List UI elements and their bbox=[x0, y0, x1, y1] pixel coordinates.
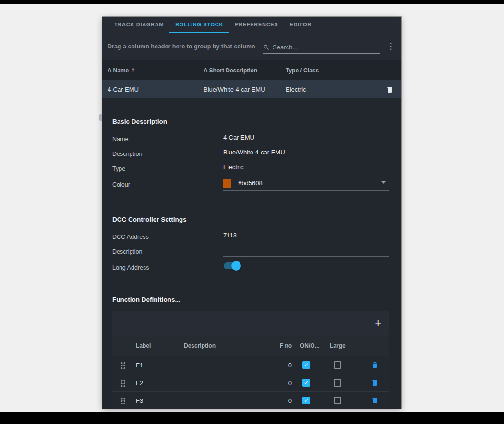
tab-rolling-stock[interactable]: ROLLING STOCK bbox=[169, 17, 229, 33]
colour-hex-value: #bd5608 bbox=[238, 179, 263, 187]
delete-stock-button[interactable] bbox=[384, 84, 396, 95]
field-long-address-label: Long Address bbox=[112, 264, 223, 271]
trash-icon bbox=[371, 379, 379, 387]
splitter-grip[interactable] bbox=[99, 114, 102, 121]
fn-column-onoff[interactable]: ON/O... bbox=[292, 342, 321, 349]
field-name: Name 4-Car EMU bbox=[112, 131, 389, 146]
function-toolbar: + bbox=[112, 311, 389, 335]
fn-column-fno[interactable]: F no bbox=[273, 342, 292, 349]
stock-row-name: 4-Car EMU bbox=[108, 86, 204, 93]
stock-table-header: A Name↑ A Short Description Type / Class bbox=[102, 60, 401, 80]
trash-icon bbox=[386, 86, 394, 94]
delete-function-button[interactable] bbox=[369, 395, 381, 406]
drag-handle-icon[interactable] bbox=[120, 379, 126, 387]
field-long-address: Long Address bbox=[112, 259, 389, 276]
stock-row-description: Blue/White 4-car EMU bbox=[204, 86, 286, 93]
stock-row-type: Electric bbox=[286, 86, 378, 93]
screen: TRACK DIAGRAM ROLLING STOCK PREFERENCES … bbox=[0, 0, 504, 424]
section-function-definitions: Function Definitions... bbox=[112, 295, 389, 304]
grid-toolbar: Drag a column header here to group by th… bbox=[102, 33, 401, 60]
field-type-input[interactable]: Electric bbox=[223, 164, 389, 174]
onoff-checkbox[interactable] bbox=[302, 397, 310, 404]
column-header-type[interactable]: Type / Class bbox=[286, 67, 378, 74]
field-dcc-address-input[interactable]: 7113 bbox=[223, 232, 389, 242]
fn-label-cell[interactable]: F3 bbox=[133, 397, 181, 404]
fn-label-cell[interactable]: F1 bbox=[133, 362, 181, 369]
section-dcc-settings: DCC Controller Settings bbox=[112, 215, 389, 224]
field-colour-label: Colour bbox=[112, 181, 223, 188]
tab-bar: TRACK DIAGRAM ROLLING STOCK PREFERENCES … bbox=[102, 17, 401, 33]
large-checkbox[interactable] bbox=[334, 361, 341, 369]
function-definitions-card: + Label Description F no ON/O... Large F… bbox=[112, 311, 389, 409]
field-name-input[interactable]: 4-Car EMU bbox=[223, 134, 389, 144]
detail-panel: Basic Description Name 4-Car EMU Descrip… bbox=[102, 98, 401, 409]
drag-handle-icon[interactable] bbox=[120, 397, 126, 404]
field-description-input[interactable]: Blue/White 4-car EMU bbox=[223, 149, 389, 159]
fn-column-large[interactable]: Large bbox=[321, 342, 354, 349]
chevron-down-icon bbox=[381, 181, 386, 184]
field-dcc-address: DCC Address 7113 bbox=[112, 229, 389, 244]
section-basic-description: Basic Description bbox=[112, 118, 389, 126]
app-window: TRACK DIAGRAM ROLLING STOCK PREFERENCES … bbox=[102, 17, 401, 409]
field-name-label: Name bbox=[112, 136, 223, 142]
delete-function-button[interactable] bbox=[369, 377, 381, 389]
large-checkbox[interactable] bbox=[334, 379, 341, 387]
fn-fno-cell[interactable]: 0 bbox=[273, 397, 292, 404]
group-by-hint: Drag a column header here to group by th… bbox=[108, 43, 255, 50]
sort-ascending-icon: ↑ bbox=[131, 67, 135, 74]
field-dcc-description-label: Description bbox=[112, 248, 223, 255]
column-header-name-label: A Name bbox=[108, 67, 129, 74]
colour-dropdown[interactable]: #bd5608 bbox=[223, 179, 389, 191]
tab-editor[interactable]: EDITOR bbox=[284, 17, 317, 33]
fn-column-label[interactable]: Label bbox=[133, 342, 181, 349]
long-address-toggle[interactable] bbox=[223, 261, 241, 271]
onoff-checkbox[interactable] bbox=[302, 361, 310, 369]
column-header-name[interactable]: A Name↑ bbox=[108, 67, 204, 74]
fn-column-description[interactable]: Description bbox=[181, 342, 273, 349]
tab-preferences[interactable]: PREFERENCES bbox=[229, 17, 284, 33]
search-box bbox=[263, 44, 380, 54]
field-dcc-address-label: DCC Address bbox=[112, 234, 223, 240]
trash-icon bbox=[371, 361, 379, 369]
trash-icon bbox=[371, 397, 379, 404]
fn-fno-cell[interactable]: 0 bbox=[273, 379, 292, 387]
function-row: F1 0 bbox=[112, 356, 389, 374]
add-function-button[interactable]: + bbox=[375, 318, 381, 329]
field-type: Type Electric bbox=[112, 161, 389, 176]
tab-track-diagram[interactable]: TRACK DIAGRAM bbox=[108, 17, 169, 33]
fn-label-cell[interactable]: F2 bbox=[133, 379, 181, 387]
stock-table-row[interactable]: 4-Car EMU Blue/White 4-car EMU Electric bbox=[102, 80, 401, 99]
search-input[interactable] bbox=[273, 44, 369, 51]
field-dcc-description: Description bbox=[112, 244, 389, 259]
toggle-thumb bbox=[231, 261, 241, 271]
field-long-address-control bbox=[223, 261, 389, 275]
more-options-icon[interactable]: ⋮ bbox=[386, 41, 396, 51]
search-icon bbox=[263, 44, 270, 51]
field-type-label: Type bbox=[112, 165, 223, 172]
function-row: F2 0 bbox=[112, 374, 389, 392]
field-colour: Colour #bd5608 bbox=[112, 176, 389, 193]
field-description-label: Description bbox=[112, 151, 223, 157]
fn-fno-cell[interactable]: 0 bbox=[273, 362, 292, 369]
drag-handle-icon[interactable] bbox=[120, 361, 126, 369]
field-description: Description Blue/White 4-car EMU bbox=[112, 146, 389, 161]
function-row: F3 0 bbox=[112, 392, 389, 409]
field-dcc-description-input[interactable] bbox=[223, 247, 389, 257]
delete-function-button[interactable] bbox=[369, 359, 381, 371]
colour-swatch bbox=[223, 179, 231, 188]
onoff-checkbox[interactable] bbox=[302, 379, 310, 387]
large-checkbox[interactable] bbox=[334, 397, 341, 404]
column-header-description[interactable]: A Short Description bbox=[204, 67, 286, 74]
function-table-header: Label Description F no ON/O... Large bbox=[112, 335, 389, 356]
